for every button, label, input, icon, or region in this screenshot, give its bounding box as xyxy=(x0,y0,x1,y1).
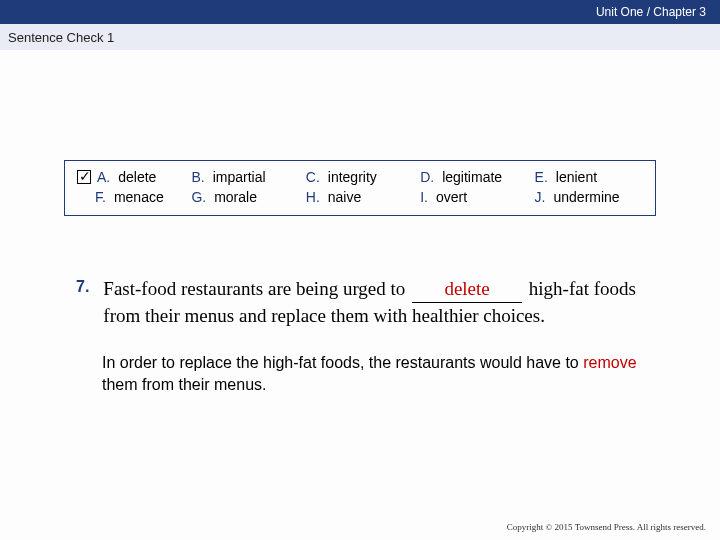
choice-word: morale xyxy=(214,189,257,205)
explanation-pre: In order to replace the high-fat foods, … xyxy=(102,354,583,371)
choice-word: legitimate xyxy=(442,169,502,185)
word-choice-e: E. lenient xyxy=(535,169,643,185)
explanation-keyword: remove xyxy=(583,354,636,371)
choice-letter: D. xyxy=(420,169,434,185)
choice-letter: C. xyxy=(306,169,320,185)
choice-letter: G. xyxy=(191,189,206,205)
checkbox-a: ✓ xyxy=(77,170,91,184)
slide-content: ✓ A. delete B. impartial C. integrity D.… xyxy=(0,160,720,395)
choice-word: naive xyxy=(328,189,361,205)
word-choice-g: G. morale xyxy=(191,189,299,205)
choice-letter: B. xyxy=(191,169,204,185)
word-choice-c: C. integrity xyxy=(306,169,414,185)
word-choice-j: J. undermine xyxy=(535,189,643,205)
word-choice-a: ✓ A. delete xyxy=(77,169,185,185)
word-choice-i: I. overt xyxy=(420,189,528,205)
section-bar: Sentence Check 1 xyxy=(0,24,720,50)
question-pre: Fast-food restaurants are being urged to xyxy=(103,278,410,299)
choice-word: undermine xyxy=(553,189,619,205)
choice-letter: H. xyxy=(306,189,320,205)
choice-word: delete xyxy=(118,169,156,185)
choice-letter: F. xyxy=(95,189,106,205)
answer-text: delete xyxy=(430,278,503,299)
breadcrumb: Unit One / Chapter 3 xyxy=(596,5,706,19)
question-text: Fast-food restaurants are being urged to… xyxy=(103,276,644,328)
choice-word: impartial xyxy=(213,169,266,185)
choice-word: integrity xyxy=(328,169,377,185)
choice-letter: I. xyxy=(420,189,428,205)
choice-letter: A. xyxy=(97,169,110,185)
word-bank: ✓ A. delete B. impartial C. integrity D.… xyxy=(64,160,656,216)
choice-word: menace xyxy=(114,189,164,205)
header-bar: Unit One / Chapter 3 xyxy=(0,0,720,24)
word-choice-d: D. legitimate xyxy=(420,169,528,185)
choice-word: lenient xyxy=(556,169,597,185)
word-choice-b: B. impartial xyxy=(191,169,299,185)
choice-word: overt xyxy=(436,189,467,205)
word-choice-h: H. naive xyxy=(306,189,414,205)
explanation-post: them from their menus. xyxy=(102,376,267,393)
word-choice-f: F. menace xyxy=(77,189,185,205)
choice-letter: J. xyxy=(535,189,546,205)
question-number: 7. xyxy=(76,276,89,328)
section-title: Sentence Check 1 xyxy=(8,30,114,45)
explanation: In order to replace the high-fat foods, … xyxy=(102,352,644,395)
copyright-footer: Copyright © 2015 Townsend Press. All rig… xyxy=(507,522,706,532)
check-icon: ✓ xyxy=(79,169,91,183)
choice-letter: E. xyxy=(535,169,548,185)
question-block: 7. Fast-food restaurants are being urged… xyxy=(76,276,644,328)
answer-blank: delete xyxy=(412,276,522,303)
